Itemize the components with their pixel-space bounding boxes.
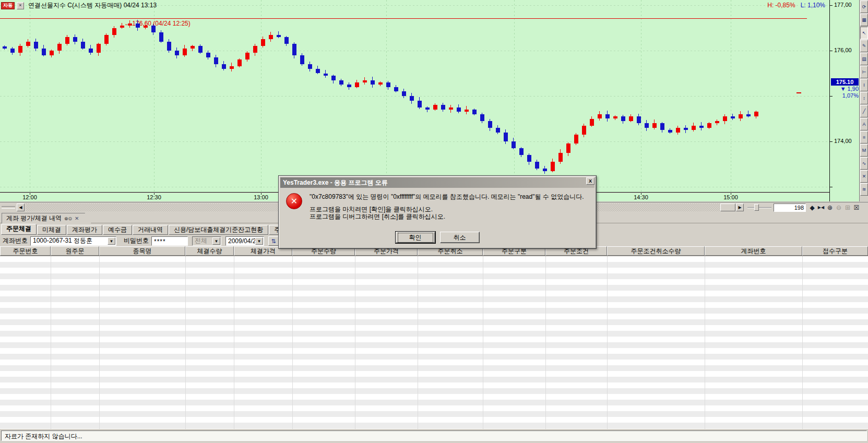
- candle: [425, 107, 430, 110]
- candle: [480, 114, 484, 121]
- grid-header-cell[interactable]: 접수구분: [802, 246, 868, 256]
- candle: [629, 116, 633, 121]
- candle: [97, 44, 101, 53]
- zoom-out-icon[interactable]: ⊖: [835, 203, 843, 212]
- chart-plot[interactable]: ← 176,60 (04/24 12:25) 자동 × 연결선물지수 C(시스템…: [0, 0, 829, 193]
- candle: [50, 51, 54, 55]
- time-tick-label: 15:00: [723, 194, 738, 200]
- candle: [26, 42, 30, 46]
- candle: [175, 51, 179, 55]
- zoom-slider-handle[interactable]: [754, 204, 759, 211]
- dialog-message: "0x7c809783"에 있는 명령이 "0xffffffff"의 메모리를 …: [310, 193, 584, 220]
- dialog-message-line3: 프로그램을 디버그하려면 [취소]를 클릭하십시오.: [310, 213, 584, 220]
- grid-header-cell[interactable]: 계좌번호: [705, 246, 802, 256]
- dialog-message-line1: "0x7c809783"에 있는 명령이 "0xffffffff"의 메모리를 …: [310, 193, 584, 200]
- time-tick-label: 13:00: [254, 194, 268, 200]
- scroll-left-button[interactable]: ◀: [17, 203, 25, 211]
- ok-button[interactable]: 확인: [396, 232, 435, 243]
- candle: [566, 143, 570, 152]
- grid-column-line: [51, 256, 51, 429]
- chevron-down-icon[interactable]: ▼: [255, 237, 263, 245]
- zoom-slider-track[interactable]: [747, 207, 771, 208]
- grid-body[interactable]: [0, 256, 868, 429]
- indicator-icon[interactable]: ≡: [860, 131, 868, 143]
- ibeam-tool-icon[interactable]: I: [860, 79, 868, 91]
- subtab-2[interactable]: 계좌평가: [67, 225, 102, 235]
- candle: [363, 80, 367, 82]
- tab-pin-icon[interactable]: ⊕⊙: [64, 216, 72, 221]
- cancel-button[interactable]: 취소: [440, 232, 480, 243]
- grid-header-cell[interactable]: 원주문: [51, 246, 99, 256]
- candle: [598, 114, 602, 119]
- zoom-in-icon[interactable]: ⊕: [826, 203, 834, 212]
- subtab-4[interactable]: 거래내역: [133, 225, 168, 235]
- text-tool-icon[interactable]: A: [860, 118, 868, 130]
- candle: [551, 162, 555, 171]
- grid-toggle-icon[interactable]: ⊞: [843, 203, 852, 212]
- candle: [637, 116, 641, 123]
- grid-header-cell[interactable]: 주문번호: [0, 246, 51, 256]
- tab-account-eval[interactable]: 계좌 평가/체결 내역 ⊕⊙ ✕: [2, 213, 91, 223]
- delete-tool-icon[interactable]: ✕: [860, 170, 868, 183]
- wave-tool-icon[interactable]: ≋: [860, 183, 868, 196]
- candle: [89, 49, 93, 53]
- grid-header-cell[interactable]: 종목명: [99, 246, 185, 256]
- grid-header-cell[interactable]: 주문조건취소수량: [607, 246, 705, 256]
- query-refresh-button[interactable]: ⇅: [268, 236, 279, 246]
- grid-column-line: [545, 256, 546, 429]
- subtab-0[interactable]: 주문체결: [1, 224, 37, 235]
- chart-close-icon[interactable]: ×: [17, 2, 24, 9]
- zoom-area-icon[interactable]: ▤: [860, 53, 868, 65]
- candle: [715, 121, 719, 123]
- candle: [191, 46, 195, 48]
- password-field[interactable]: ****: [151, 236, 188, 246]
- candle: [261, 39, 265, 46]
- dialog-close-button[interactable]: X: [586, 177, 594, 185]
- subtab-3[interactable]: 예수금: [103, 225, 132, 235]
- grid-column-line: [607, 256, 608, 429]
- date-select[interactable]: 2009/04/26 ▼: [225, 236, 264, 246]
- price-axis[interactable]: 175.10 ▼ 1,90 1,07% 177,00176,00174,00: [829, 0, 859, 201]
- oscillator-icon[interactable]: ∿: [860, 157, 868, 170]
- tab-close-icon[interactable]: ✕: [75, 215, 79, 221]
- account-select[interactable]: 1000-2067-31 정동훈 ▼: [30, 236, 116, 246]
- chevron-down-icon[interactable]: ▼: [108, 237, 115, 245]
- time-tick-label: 12:00: [22, 194, 37, 200]
- vline-tool-icon[interactable]: ↕: [860, 92, 868, 104]
- collapse-horizontal-icon[interactable]: ▶◀: [817, 203, 825, 212]
- candle: [198, 46, 203, 53]
- candle: [558, 153, 563, 162]
- price-tick: [830, 187, 833, 187]
- price-change-pct: 1,07%: [831, 92, 859, 99]
- refresh-icon[interactable]: ⟳: [860, 1, 868, 13]
- cursor-icon[interactable]: ↖: [860, 27, 868, 39]
- candle: [57, 44, 62, 51]
- candle: [144, 26, 148, 28]
- subtab-1[interactable]: 미체결: [37, 225, 66, 235]
- grid-header-cell[interactable]: 체결수량: [185, 246, 234, 256]
- subtab-5[interactable]: 신용/담보대출체결기준잔고현황: [169, 225, 268, 235]
- high-price-annotation: ← 176,60 (04/24 12:25): [124, 20, 191, 27]
- close-pane-icon[interactable]: ☒: [852, 203, 861, 212]
- candle: [104, 35, 109, 44]
- grid-column-line: [802, 256, 803, 429]
- candle: [590, 119, 594, 126]
- chart-title-row: 자동 × 연결선물지수 C(시스템 자동매매) 04/24 13:13: [1, 1, 157, 10]
- dialog-title[interactable]: YesTrader3.exe - 응용 프로그램 오류: [280, 177, 594, 188]
- trendline-tool-icon[interactable]: ╱: [860, 105, 868, 117]
- scope-value: 전체: [195, 236, 207, 245]
- price-tick: [830, 96, 833, 97]
- expand-horizontal-icon[interactable]: ◆: [808, 203, 816, 212]
- bar-count-input[interactable]: 198: [774, 203, 806, 212]
- splitter-grip[interactable]: [2, 206, 15, 209]
- scroll-right-button[interactable]: ▶: [736, 203, 744, 211]
- chart-type-icon[interactable]: ▦: [860, 14, 868, 26]
- scrollbar-thumb[interactable]: [720, 203, 735, 211]
- candle: [316, 69, 320, 74]
- candle: [512, 141, 516, 148]
- hline-tool-icon[interactable]: ⊢: [860, 66, 868, 78]
- candle: [684, 128, 688, 130]
- volume-icon[interactable]: M: [860, 144, 868, 157]
- candle: [159, 32, 163, 41]
- edit-icon[interactable]: ✎: [860, 40, 868, 52]
